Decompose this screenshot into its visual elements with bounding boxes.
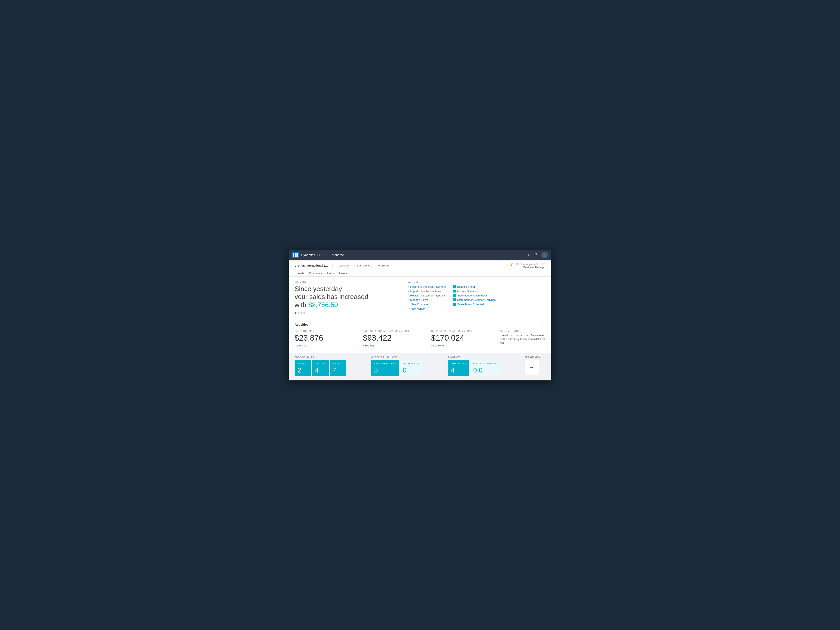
action-register-payments[interactable]: › Register Customer Payments (408, 294, 447, 297)
archived-menu[interactable]: Archived ⌄ (376, 263, 393, 268)
sales-see-more[interactable]: › See More (295, 344, 358, 347)
nav-link-assets[interactable]: Assets (337, 270, 349, 276)
summary-actions-section: SUMMARY Since yesterday your sales has i… (295, 281, 545, 314)
summary-left: SUMMARY Since yesterday your sales has i… (295, 281, 400, 314)
second-nav-links: Leads Customers Items Assets (295, 270, 545, 276)
top-nav: Dynamics 365 ⌄ | "Tenerife" ⚙ ? 👤 (289, 249, 551, 261)
nav-link-leads[interactable]: Leads (295, 270, 306, 276)
self-service-chevron: ⌄ (372, 265, 374, 267)
overdue-sales-label: OVERDUE SALES INVOICE AMOUNT (431, 330, 494, 332)
company-nav: Cronus International Ltd. | Approvals ⌄ … (295, 263, 393, 268)
chevron-right-icon-4: › (408, 298, 409, 301)
ongoing-sales-label: ONGOING SALES (295, 356, 366, 358)
plus-icon-customer: + (408, 303, 410, 305)
settings-icon[interactable]: ⚙ (527, 253, 531, 257)
actions-col-2: Balance Sheet Income Statement Statement… (453, 285, 496, 310)
nav-link-items[interactable]: Items (325, 270, 336, 276)
orders-value: 4 (315, 366, 326, 374)
activity-col-purchase: OVERDUE PURCHASE INVOICE AMOUNT $93,422 … (363, 330, 431, 347)
summary-dot-3[interactable] (300, 312, 302, 314)
summary-dots (295, 312, 400, 314)
tile-orders[interactable]: ORDERS 4 (312, 360, 329, 376)
nav-divider: | (332, 263, 333, 268)
action-new-vendor[interactable]: + New Vendor (408, 307, 447, 310)
action-cash-flows[interactable]: Statement of Cash Flows (453, 294, 496, 297)
page-body: SUMMARY Since yesterday your sales has i… (289, 277, 551, 353)
action-reconcile[interactable]: › Reconcile Imported Payments (408, 285, 447, 288)
summary-dot-1[interactable] (295, 312, 296, 314)
doc-icon-1 (453, 285, 456, 288)
self-service-menu[interactable]: Self-service ⌄ (355, 263, 375, 268)
purchase-invoices-label: PURCHASE INVOICES (374, 362, 396, 365)
actions-more-dots[interactable]: ··· (542, 281, 545, 285)
grid-dots (293, 253, 298, 257)
action-sales-taxes[interactable]: Sales Taxes Collected (453, 303, 496, 306)
see-more-chevron-1: › (295, 344, 295, 347)
payments-tiles: UNPROCESSED 4 COLLECTION DAYS/AVG 0.0 (448, 360, 519, 376)
tell-me-section[interactable]: 💡 Tell me what you want to do (510, 262, 545, 266)
nav-brand[interactable]: Dynamics 365 ⌄ (301, 253, 324, 257)
approvals-menu[interactable]: Approvals ⌄ (336, 263, 354, 268)
summary-text: Since yesterday your sales has increased… (295, 285, 400, 309)
action-income-statement[interactable]: Income Statement (453, 290, 496, 293)
sales-month-label: SALES THIS MONTH (295, 330, 358, 332)
tile-collection-days[interactable]: COLLECTION DAYS/AVG 0.0 (470, 360, 501, 376)
doc-icon-4 (453, 298, 456, 301)
action-new-customer[interactable]: + New Customer (408, 303, 447, 306)
due-next-week-label: DUE NEXT WEEK (403, 362, 420, 365)
ongoing-purchases-label: ONGOING PURCHASES (371, 356, 443, 358)
nav-context: "Tenerife" (332, 253, 525, 257)
summary-label: SUMMARY (295, 281, 400, 283)
screen-wrapper: Dynamics 365 ⌄ | "Tenerife" ⚙ ? 👤 Cronus… (289, 249, 551, 381)
payments-label: PAYMENTS (448, 356, 519, 358)
approvals-chevron: ⌄ (351, 265, 352, 267)
activity-col-sales: SALES THIS MONTH $23,876 › See More (295, 330, 363, 347)
ongoing-sales-tiles: QUOTES 2 ORDERS 4 INVOICES 7 (295, 360, 366, 376)
invoices-value: 7 (333, 366, 343, 374)
summary-dot-4[interactable] (303, 312, 305, 314)
collection-days-label: COLLECTION DAYS/AVG (473, 362, 497, 365)
action-balance-sheet[interactable]: Balance Sheet (453, 285, 496, 288)
second-nav-right: 💡 Tell me what you want to do Business M… (510, 262, 545, 269)
summary-line2: your sales has increased (295, 293, 368, 300)
user-avatar[interactable]: 👤 (541, 252, 548, 258)
summary-line1: Since yesterday (295, 285, 342, 292)
activities-header: Activities ··· (295, 322, 545, 327)
tile-due-next-week[interactable]: DUE NEXT WEEK 0 (400, 360, 423, 376)
app-launcher-icon[interactable] (292, 252, 299, 258)
nav-menu-items: Approvals ⌄ Self-service ⌄ Archived ⌄ (336, 263, 393, 268)
overdue-sales-value: $170,024 (431, 333, 494, 343)
activities-more-dots[interactable]: ··· (542, 322, 545, 327)
actions-section: ACTIONS ··· › Reconcile Imported Payment… (408, 281, 545, 314)
unprocessed-value: 4 (451, 366, 466, 374)
due-next-week-value: 0 (403, 366, 420, 374)
tile-invoices[interactable]: INVOICES 7 (330, 360, 346, 376)
plus-icon-vendor: + (408, 307, 410, 310)
tile-quotes[interactable]: QUOTES 2 (295, 360, 311, 376)
action-import-bank[interactable]: › Import Bank Transactions (408, 290, 447, 293)
about-label: ABOUT ACTIVITIES (500, 330, 545, 332)
actions-col-1: › Reconcile Imported Payments › Import B… (408, 285, 447, 310)
tile-purchase-invoices[interactable]: PURCHASE INVOICES 5 (371, 360, 399, 376)
see-more-chevron-2: › (363, 344, 364, 347)
action-retained-earnings[interactable]: Statement of Retained Earnings (453, 298, 496, 302)
activity-about: ABOUT ACTIVITIES Lorem ipsum dolor est n… (500, 330, 545, 347)
doc-icon-2 (453, 290, 456, 292)
tile-unprocessed[interactable]: UNPROCESSED 4 (448, 360, 469, 376)
purchase-label: OVERDUE PURCHASE INVOICE AMOUNT (363, 330, 426, 332)
quotes-value: 2 (297, 366, 308, 374)
create-new-button[interactable]: + (524, 360, 539, 375)
summary-dot-2[interactable] (297, 312, 299, 314)
overdue-sales-see-more[interactable]: › See More (431, 344, 494, 347)
second-nav-top: Cronus International Ltd. | Approvals ⌄ … (295, 262, 545, 269)
action-manage-flows[interactable]: › Manage Flows (408, 298, 447, 302)
about-text: Lorem ipsum dolor est nun. Denne tekst e… (500, 333, 545, 345)
purchase-see-more[interactable]: › See More (363, 344, 426, 347)
ongoing-sales-group: ONGOING SALES QUOTES 2 ORDERS 4 INVOICES… (295, 356, 366, 376)
chevron-right-icon-3: › (408, 294, 409, 297)
help-icon[interactable]: ? (535, 253, 537, 257)
nav-link-customers[interactable]: Customers (307, 270, 324, 276)
tiles-area: ONGOING SALES QUOTES 2 ORDERS 4 INVOICES… (289, 353, 551, 381)
actions-columns: › Reconcile Imported Payments › Import B… (408, 285, 545, 310)
ongoing-purchases-group: ONGOING PURCHASES PURCHASE INVOICES 5 DU… (371, 356, 443, 376)
